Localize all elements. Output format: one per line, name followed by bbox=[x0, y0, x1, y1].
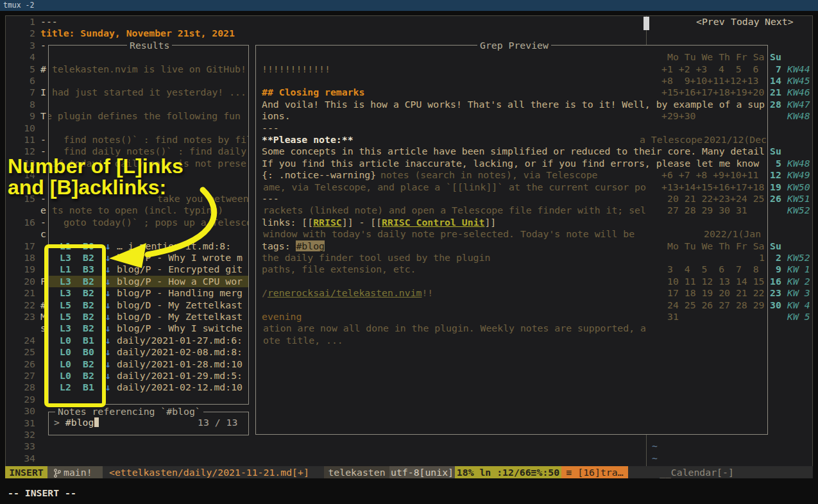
prompt-prefix: > bbox=[54, 417, 65, 428]
line-number: 28 bbox=[9, 382, 35, 393]
calendar-week-number: KW46 bbox=[787, 87, 810, 98]
text-part: #blog bbox=[296, 240, 325, 251]
calendar-weekday-su: Su bbox=[770, 51, 781, 63]
blended-buffer-text: ation are now all done in the plugin. We… bbox=[263, 323, 646, 334]
line-number: 21 bbox=[9, 287, 35, 299]
calendar-statusline: __Calendar[-] bbox=[652, 466, 734, 478]
calendar-week-row: 24 25 26 27 28 29 bbox=[667, 299, 764, 311]
line-number: 1 bbox=[9, 16, 35, 28]
git-branch: main! bbox=[47, 466, 103, 478]
calendar-week-number: KW49 bbox=[787, 169, 810, 181]
results-window-title: Results bbox=[127, 40, 172, 51]
line-number: 22 bbox=[9, 299, 35, 311]
buffer-text: - bbox=[40, 217, 46, 228]
calendar-day[interactable]: 12 bbox=[770, 169, 781, 181]
markdown-file-icon: ↓ bbox=[105, 346, 111, 358]
text-part: ]] - [[ bbox=[342, 217, 382, 228]
preview-line: --- bbox=[262, 193, 279, 205]
calendar-next-button[interactable]: Next> bbox=[765, 16, 794, 28]
blended-buffer-text: ts note to open (incl. typing) bbox=[52, 205, 223, 216]
result-text: daily/2021-02-12.md:10 bbox=[117, 382, 243, 393]
buffer-text: --- bbox=[40, 16, 58, 28]
calendar-day[interactable]: 9 bbox=[776, 264, 781, 275]
text-part: RRISC Control Unit bbox=[382, 217, 484, 228]
calendar-week-number: KW45 bbox=[787, 75, 810, 87]
calendar-day[interactable]: 2 bbox=[776, 252, 781, 264]
calendar-day[interactable]: 23 bbox=[770, 287, 781, 299]
preview-line: And voila! This is how a CPU works! That… bbox=[262, 99, 765, 110]
buffer-title-line: title: Sunday, November 21st, 2021 bbox=[40, 28, 235, 39]
line-number: 18 bbox=[9, 252, 35, 264]
blended-buffer-text: rackets (linked note) and open a Telesco… bbox=[263, 205, 646, 216]
calendar-day[interactable]: 28 bbox=[770, 99, 781, 110]
calendar-day[interactable]: 30 bbox=[770, 299, 781, 311]
markdown-file-icon: ↓ bbox=[105, 311, 111, 323]
calendar-day[interactable]: 21 bbox=[770, 87, 781, 98]
whitespace-warning: ≡ [16]tra… bbox=[561, 466, 628, 478]
blended-buffer-text: window with today's daily note pre-selec… bbox=[263, 228, 635, 240]
calendar-week-row: +8 9+10+11+12+13 bbox=[661, 75, 758, 87]
preview-heading: ## Closing remarks bbox=[262, 87, 364, 98]
line-number: 25 bbox=[9, 346, 35, 358]
markdown-file-icon: ↓ bbox=[105, 299, 111, 311]
line-number: 34 bbox=[9, 453, 35, 464]
line-number: 24 bbox=[9, 335, 35, 346]
line-number: 11 bbox=[9, 134, 35, 146]
line-number: 8 bbox=[9, 99, 35, 110]
line-number: 9 bbox=[9, 110, 35, 122]
calendar-weekday-su: Su bbox=[770, 146, 781, 157]
buffer-text: # bbox=[40, 63, 46, 75]
preview-window-title: Grep Preview bbox=[477, 40, 551, 51]
calendar-day[interactable]: 26 bbox=[770, 193, 781, 205]
calendar-prev-button[interactable]: <Prev bbox=[696, 16, 725, 28]
calendar-today-button[interactable]: Today bbox=[731, 16, 760, 28]
result-text: blog/D - My Zettelkast bbox=[117, 299, 243, 311]
line-number: 10 bbox=[9, 122, 35, 134]
markdown-file-icon: ↓ bbox=[105, 382, 111, 393]
line-number: 16 bbox=[9, 217, 35, 228]
text-part: / bbox=[262, 287, 268, 298]
line-number: 19 bbox=[9, 264, 35, 275]
blended-buffer-text: evening bbox=[262, 311, 302, 323]
line-number: 29 bbox=[9, 394, 35, 405]
calendar-day[interactable]: 7 bbox=[776, 63, 781, 75]
telescope-prompt-input[interactable]: > #blog bbox=[54, 417, 99, 428]
calendar-week-row: +13+14+15+16+17+18 bbox=[661, 181, 764, 193]
calendar-day[interactable]: 5 bbox=[776, 158, 781, 169]
calendar-day[interactable]: 16 bbox=[770, 276, 781, 287]
line-number: 23 bbox=[9, 311, 35, 323]
calendar-week-row: 1 bbox=[759, 252, 765, 264]
calendar-day[interactable]: 14 bbox=[770, 75, 781, 87]
line-number: 3 bbox=[9, 40, 35, 51]
blended-buffer-text: e plugin defines the following fun bbox=[49, 110, 241, 122]
calendar-month-header: 2022/1(Jan bbox=[704, 228, 761, 240]
text-part: renerocksai/telekasten.nvim bbox=[268, 287, 422, 298]
calendar-week-number: KW 5 bbox=[787, 311, 810, 323]
line-number: 4 bbox=[9, 51, 35, 63]
cursor bbox=[94, 417, 99, 427]
calendar-week-row: 31 bbox=[667, 311, 679, 323]
markdown-file-icon: ↓ bbox=[105, 358, 111, 370]
result-text: … i mention it.md:8: bbox=[117, 240, 231, 252]
statusline: INSERT main! <ettelkasten/daily/2021-11-… bbox=[5, 466, 813, 478]
calendar-week-number: KW52 bbox=[787, 205, 810, 216]
calendar-week-number: KW 3 bbox=[787, 287, 810, 299]
result-text: daily/2021-02-08.md:8: bbox=[117, 346, 243, 358]
calendar-week-row: 27 28 29 30 31 bbox=[667, 205, 747, 216]
calendar-week-number: KW 4 bbox=[787, 299, 810, 311]
markdown-file-icon: ↓ bbox=[105, 370, 111, 382]
line-number: 7 bbox=[9, 87, 35, 98]
calendar-day[interactable]: 19 bbox=[770, 181, 781, 193]
blended-buffer-text: paths, file extension, etc. bbox=[262, 264, 416, 275]
mode-indicator: INSERT bbox=[5, 466, 47, 478]
line-number: 5 bbox=[9, 63, 35, 75]
line-number: 27 bbox=[9, 370, 35, 382]
preview-line: --- bbox=[262, 122, 279, 134]
blended-buffer-text: ote title, ... bbox=[263, 335, 343, 346]
calendar-month-header: 2021/12(Dec bbox=[704, 134, 767, 146]
result-text: daily/2021-01-27.md:6: bbox=[117, 335, 243, 346]
text-part: ]] bbox=[484, 217, 496, 228]
calendar-weekday-header: Mo Tu We Th Fr Sa bbox=[667, 240, 764, 252]
calendar-week-number: KW 1 bbox=[787, 264, 810, 275]
preview-content: !!!!!!!!!!!!## Closing remarksAnd voila!… bbox=[256, 46, 767, 434]
